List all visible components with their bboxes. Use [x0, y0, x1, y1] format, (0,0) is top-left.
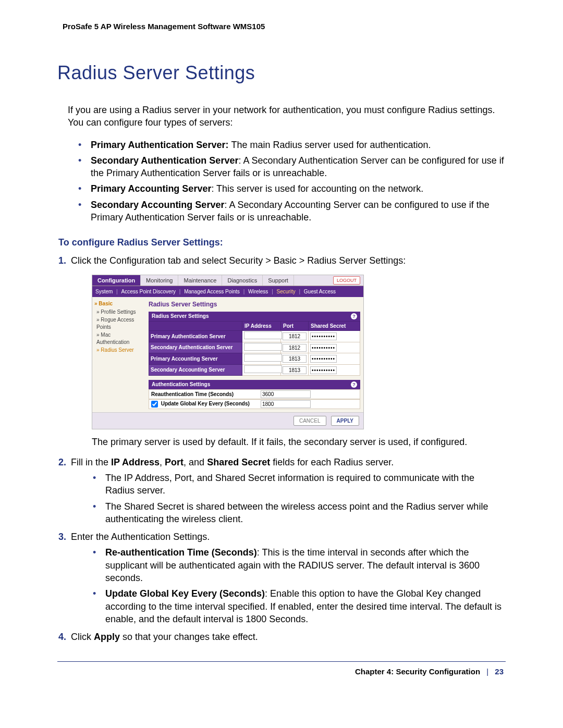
- top-tabs: Configuration Monitoring Maintenance Dia…: [92, 275, 363, 286]
- secret-input[interactable]: ••••••••••: [310, 344, 337, 352]
- procedure-heading: To configure Radius Server Settings:: [58, 237, 506, 248]
- table-row: Secondary Authentication Server 1812 •••…: [149, 342, 360, 353]
- col-port: Port: [281, 321, 309, 331]
- config-screenshot: Configuration Monitoring Maintenance Dia…: [92, 275, 364, 430]
- step1-followup: The primary server is used by default. I…: [92, 436, 506, 448]
- sub-tabs: System | Access Point Discovery | Manage…: [92, 286, 363, 298]
- help-icon[interactable]: ?: [351, 381, 357, 388]
- cancel-button[interactable]: CANCEL: [293, 416, 326, 426]
- secret-input[interactable]: ••••••••••: [310, 355, 337, 363]
- dialog-buttons: CANCEL APPLY: [92, 412, 363, 429]
- sidebar: » Basic » Profile Settings » Rogue Acces…: [92, 297, 146, 412]
- panel-title: Radius Server Settings: [149, 300, 360, 309]
- apply-button[interactable]: APPLY: [331, 416, 359, 426]
- ip-input[interactable]: [244, 331, 282, 339]
- reauth-time-input[interactable]: 3600: [261, 390, 311, 398]
- subtab-apdiscovery[interactable]: Access Point Discovery: [121, 289, 176, 294]
- tab-maintenance[interactable]: Maintenance: [178, 275, 222, 286]
- ip-input[interactable]: [244, 354, 282, 362]
- port-input[interactable]: 1813: [283, 355, 307, 363]
- radius-servers-table: IP Address Port Shared Secret Primary Au…: [149, 321, 360, 376]
- secret-input[interactable]: ••••••••••: [310, 332, 337, 340]
- footer-page-number: 23: [495, 667, 504, 676]
- tab-support[interactable]: Support: [263, 275, 294, 286]
- section-auth-settings: Authentication Settings ?: [149, 380, 360, 389]
- sidebar-item-mac[interactable]: » Mac Authentication: [96, 331, 144, 346]
- list-item: Secondary Accounting Server: A Secondary…: [78, 199, 506, 224]
- logout-button[interactable]: LOGOUT: [333, 276, 360, 285]
- subtab-security[interactable]: Security: [277, 289, 296, 294]
- step-2: Fill in the IP Address, Port, and Shared…: [69, 456, 506, 525]
- ip-input[interactable]: [244, 365, 282, 373]
- global-key-input[interactable]: 1800: [261, 400, 311, 408]
- auth-globalkey-row: Update Global Key Every (Seconds) 1800: [149, 399, 360, 409]
- sidebar-item-rogue[interactable]: » Rogue Access Points: [96, 316, 144, 330]
- list-item: The IP Address, Port, and Shared Secret …: [93, 472, 506, 497]
- global-key-checkbox[interactable]: [151, 401, 158, 408]
- procedure-steps: Click the Configuration tab and select S…: [69, 254, 506, 643]
- ip-input[interactable]: [244, 343, 282, 351]
- list-item: Primary Authentication Server: The main …: [78, 139, 506, 151]
- step-3: Enter the Authentication Settings. Re-au…: [69, 530, 506, 625]
- tab-diagnostics[interactable]: Diagnostics: [222, 275, 263, 286]
- section-radius-settings: Radius Server Settings ?: [149, 312, 360, 321]
- list-item: Update Global Key Every (Seconds): Enabl…: [93, 587, 506, 625]
- table-row: Primary Accounting Server 1813 •••••••••…: [149, 353, 360, 365]
- doc-header: ProSafe 5 AP Wireless Management Softwar…: [63, 22, 506, 31]
- list-item: The Shared Secret is shared between the …: [93, 500, 506, 526]
- col-secret: Shared Secret: [309, 321, 360, 331]
- sidebar-basic[interactable]: » Basic: [94, 300, 144, 307]
- tab-configuration[interactable]: Configuration: [92, 275, 141, 286]
- footer-rule: [57, 661, 506, 662]
- help-icon[interactable]: ?: [351, 313, 357, 319]
- port-input[interactable]: 1812: [283, 332, 307, 340]
- list-item: Secondary Authentication Server: A Secon…: [78, 154, 506, 180]
- intro-paragraph: If you are using a Radius server in your…: [68, 104, 506, 129]
- page-footer: Chapter 4: Security Configuration | 23: [57, 667, 506, 676]
- subtab-wireless[interactable]: Wireless: [248, 289, 268, 294]
- table-row: Secondary Accounting Server 1813 •••••••…: [149, 364, 360, 376]
- sidebar-item-profile[interactable]: » Profile Settings: [96, 309, 144, 316]
- list-item: Re-authentication Time (Seconds): This i…: [93, 546, 506, 584]
- table-row: Primary Authentication Server 1812 •••••…: [149, 331, 360, 342]
- subtab-managed-ap[interactable]: Managed Access Points: [184, 289, 240, 294]
- auth-reauth-row: Reauthentication Time (Seconds) 3600: [149, 389, 360, 399]
- port-input[interactable]: 1813: [283, 366, 307, 374]
- step-4: Click Apply so that your changes take ef…: [69, 631, 506, 643]
- list-item: Primary Accounting Server: This server i…: [78, 182, 506, 195]
- tab-monitoring[interactable]: Monitoring: [141, 275, 178, 286]
- subtab-system[interactable]: System: [95, 289, 113, 294]
- sidebar-item-radius[interactable]: » Radius Server: [96, 347, 144, 354]
- port-input[interactable]: 1812: [283, 344, 307, 352]
- step-1: Click the Configuration tab and select S…: [69, 254, 506, 448]
- page-title: Radius Server Settings: [57, 62, 506, 84]
- footer-chapter: Chapter 4: Security Configuration: [355, 667, 480, 676]
- secret-input[interactable]: ••••••••••: [310, 366, 337, 374]
- server-types-list: Primary Authentication Server: The main …: [57, 139, 506, 224]
- subtab-guest[interactable]: Guest Access: [304, 289, 336, 294]
- col-ip: IP Address: [242, 321, 281, 331]
